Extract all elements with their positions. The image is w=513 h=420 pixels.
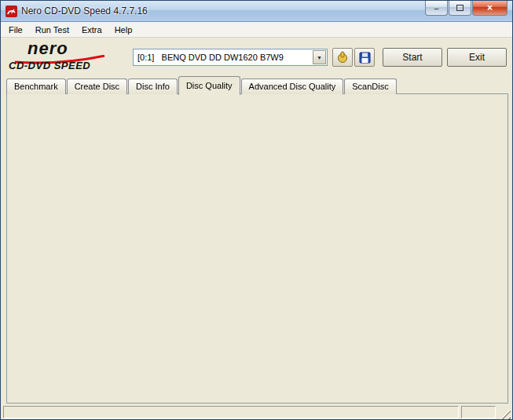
window-title: Nero CD-DVD Speed 4.7.7.16 bbox=[21, 5, 148, 16]
hand-icon bbox=[336, 51, 349, 64]
status-message-cell bbox=[3, 406, 459, 418]
minimize-icon: – bbox=[434, 4, 439, 13]
resize-grip[interactable] bbox=[500, 409, 511, 419]
status-bar bbox=[1, 404, 512, 420]
status-aux-cell bbox=[461, 406, 496, 418]
nero-logo-subtext: CD-DVD SPEED bbox=[9, 60, 90, 71]
menu-help[interactable]: Help bbox=[108, 24, 139, 36]
start-button[interactable]: Start bbox=[383, 48, 442, 67]
menu-bar: File Run Test Extra Help bbox=[1, 22, 512, 38]
menu-extra[interactable]: Extra bbox=[75, 24, 108, 36]
app-icon bbox=[5, 5, 17, 17]
tab-benchmark[interactable]: Benchmark bbox=[6, 79, 66, 94]
app-window: Nero CD-DVD Speed 4.7.7.16 – × File Run … bbox=[0, 0, 513, 420]
save-icon bbox=[359, 52, 371, 64]
tab-disc-quality[interactable]: Disc Quality bbox=[178, 76, 240, 95]
exit-button[interactable]: Exit bbox=[447, 48, 507, 67]
menu-run-test[interactable]: Run Test bbox=[29, 24, 75, 36]
maximize-button[interactable] bbox=[449, 1, 471, 16]
tab-advanced-disc-quality[interactable]: Advanced Disc Quality bbox=[241, 79, 344, 94]
minimize-button[interactable]: – bbox=[425, 1, 448, 16]
close-button[interactable]: × bbox=[472, 1, 508, 16]
hand-tool-button[interactable] bbox=[332, 48, 353, 67]
tab-strip: Benchmark Create Disc Disc Info Disc Qua… bbox=[6, 75, 398, 94]
tab-scandisc[interactable]: ScanDisc bbox=[344, 79, 396, 94]
maximize-icon bbox=[456, 5, 464, 11]
tab-create-disc[interactable]: Create Disc bbox=[67, 79, 127, 94]
save-button[interactable] bbox=[354, 48, 375, 67]
close-icon: × bbox=[487, 2, 493, 13]
nero-logo: nero CD-DVD SPEED bbox=[9, 38, 126, 75]
drive-selector[interactable]: [0:1] BENQ DVD DD DW1620 B7W9 ▼ bbox=[133, 49, 328, 66]
drive-selector-value: [0:1] BENQ DVD DD DW1620 B7W9 bbox=[134, 53, 313, 62]
title-bar[interactable]: Nero CD-DVD Speed 4.7.7.16 – × bbox=[1, 1, 512, 22]
toolbar: nero CD-DVD SPEED [0:1] BENQ DVD DD DW16… bbox=[1, 38, 512, 75]
tab-disc-info[interactable]: Disc Info bbox=[128, 79, 178, 94]
chevron-down-icon[interactable]: ▼ bbox=[313, 50, 326, 64]
disc-quality-page bbox=[6, 93, 508, 404]
menu-file[interactable]: File bbox=[2, 24, 29, 36]
